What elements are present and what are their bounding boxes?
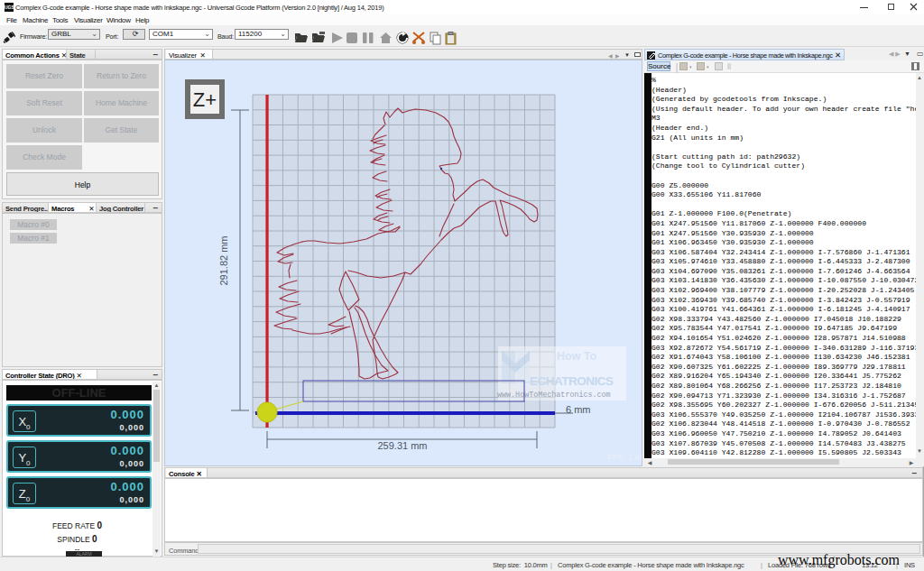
svg-text:Z+: Z+: [193, 88, 217, 111]
svg-text:FPS: 2.45: FPS: 2.45: [607, 453, 642, 462]
svg-text:6 mm: 6 mm: [566, 404, 591, 415]
svg-text:www.HowToMechatronics.com: www.HowToMechatronics.com: [497, 391, 611, 400]
svg-text:259.31 mm: 259.31 mm: [377, 440, 427, 451]
svg-text:ECHATRONICS: ECHATRONICS: [530, 374, 614, 388]
svg-text:How To: How To: [557, 350, 597, 363]
svg-text:291.82 mm: 291.82 mm: [218, 235, 229, 285]
